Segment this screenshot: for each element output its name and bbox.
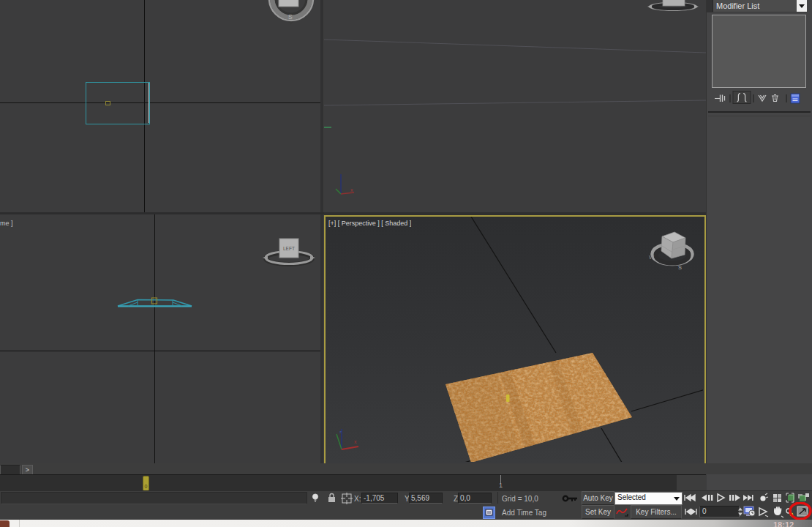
svg-text:x: x <box>354 439 357 444</box>
svg-text:x: x <box>350 187 353 193</box>
svg-text:W: W <box>649 254 655 261</box>
svg-text:S: S <box>678 264 682 271</box>
svg-text:z: z <box>339 430 342 434</box>
svg-text:LEFT: LEFT <box>283 246 295 251</box>
svg-text:S: S <box>288 13 293 20</box>
